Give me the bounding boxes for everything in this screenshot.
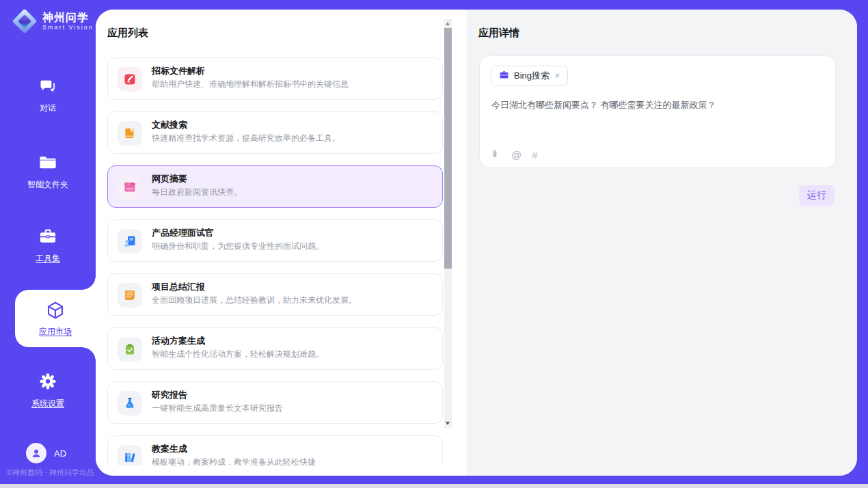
app-detail-panel: 应用详情 Bing搜索 × 今日湖北有哪些新闻要点？ 有哪些需要关注的最新政策？… xyxy=(467,10,857,476)
tool-tag-close-icon[interactable]: × xyxy=(554,71,560,81)
app-card-pm-interviewer[interactable]: 产品经理面试官 明确身份和职责，为您提供专业性的面试问题。 xyxy=(107,219,443,262)
app-card-title: 活动方案生成 xyxy=(152,335,205,347)
app-card-desc: 一键智能生成高质量长文本研究报告 xyxy=(152,403,432,414)
bid-document-icon xyxy=(118,67,142,92)
sidebar-item-label: 工具集 xyxy=(36,253,60,265)
app-card-title: 项目总结汇报 xyxy=(152,281,205,293)
app-detail-title: 应用详情 xyxy=(478,27,519,40)
sidebar-item-label: 应用市场 xyxy=(39,326,72,338)
briefcase-icon xyxy=(499,70,509,83)
sidebar-item-label: 对话 xyxy=(40,103,56,114)
sidebar-item-chat[interactable]: 对话 xyxy=(0,77,96,114)
tool-tag-bing-search[interactable]: Bing搜索 × xyxy=(491,66,568,86)
scroll-down-icon[interactable] xyxy=(446,422,450,425)
app-list-title: 应用列表 xyxy=(107,27,148,40)
activity-plan-icon xyxy=(118,337,142,362)
chat-icon xyxy=(38,77,57,98)
sidebar-item-settings[interactable]: 系统设置 xyxy=(0,372,96,409)
scrollbar-thumb[interactable] xyxy=(444,28,452,269)
pm-interviewer-icon xyxy=(118,229,142,254)
app-card-desc: 智能生成个性化活动方案，轻松解决规划难题。 xyxy=(152,349,432,360)
brand-name: 神州问学 xyxy=(42,12,94,24)
sidebar-item-toolset[interactable]: 工具集 xyxy=(0,227,96,265)
app-card-desc: 模板驱动，教案秒成，教学准备从此轻松快捷 xyxy=(152,457,432,465)
gear-icon xyxy=(38,372,57,394)
app-card-research-report[interactable]: 研究报告 一键智能生成高质量长文本研究报告 xyxy=(107,381,443,424)
copyright-footer: ©神州数码 · 神州问学出品 xyxy=(7,467,96,478)
user-initials: AD xyxy=(54,448,66,459)
avatar xyxy=(26,443,46,463)
app-card-project-summary[interactable]: 项目总结汇报 全面回顾项目进展，总结经验教训，助力未来优化发展。 xyxy=(107,273,443,316)
prompt-input[interactable]: 今日湖北有哪些新闻要点？ 有哪些需要关注的最新政策？ xyxy=(491,98,825,111)
brand-logo: 神州问学 Smart Vision xyxy=(12,9,94,33)
app-card-title: 文献搜索 xyxy=(152,119,187,131)
sidebar-item-smart-folder[interactable]: 智能文件夹 xyxy=(0,153,96,191)
sidebar: 神州问学 Smart Vision 对话 智能文件夹 工具集 应用市场 xyxy=(0,0,96,484)
lesson-plan-icon xyxy=(118,445,142,465)
content-shell: 应用列表 招标文件解析 帮助用户快速、准确地理解和解析招标书中的关键信息 文献搜… xyxy=(96,10,857,476)
app-card-title: 网页摘要 xyxy=(152,173,187,185)
composer-toolbar: @ # xyxy=(491,148,538,161)
app-card-desc: 明确身份和职责，为您提供专业性的面试问题。 xyxy=(152,241,432,252)
app-card-desc: 快速精准查找学术资源，提高研究效率的必备工具。 xyxy=(152,133,432,144)
app-card-title: 研究报告 xyxy=(152,389,187,401)
app-card-title: 教案生成 xyxy=(152,443,187,455)
folder-icon xyxy=(38,153,57,175)
web-summary-icon: </> xyxy=(118,175,142,200)
app-card-web-summary[interactable]: </> 网页摘要 每日政府新闻资讯快查。 xyxy=(107,165,443,208)
app-card-bid-parse[interactable]: 招标文件解析 帮助用户快速、准确地理解和解析招标书中的关键信息 xyxy=(107,57,443,100)
brand-gem-icon xyxy=(12,9,37,33)
toolbox-icon xyxy=(38,227,57,249)
user-account[interactable]: AD xyxy=(26,443,66,463)
app-card-title: 招标文件解析 xyxy=(152,65,205,77)
tool-tag-label: Bing搜索 xyxy=(514,70,550,82)
app-list-panel: 应用列表 招标文件解析 帮助用户快速、准确地理解和解析招标书中的关键信息 文献搜… xyxy=(96,10,467,476)
project-summary-icon xyxy=(118,283,142,308)
app-card-title: 产品经理面试官 xyxy=(152,227,214,239)
svg-text:</>: </> xyxy=(126,187,133,191)
cube-icon xyxy=(45,300,66,323)
brand-tagline: Smart Vision xyxy=(42,24,94,31)
sidebar-item-label: 系统设置 xyxy=(31,398,64,409)
app-list-scroll-area: 招标文件解析 帮助用户快速、准确地理解和解析招标书中的关键信息 文献搜索 快速精… xyxy=(96,47,467,465)
scroll-up-icon[interactable] xyxy=(446,22,450,25)
app-card-desc: 全面回顾项目进展，总结经验教训，助力未来优化发展。 xyxy=(152,295,432,306)
attachment-icon[interactable] xyxy=(491,148,501,161)
topic-icon[interactable]: # xyxy=(532,150,537,161)
app-card-desc: 帮助用户快速、准确地理解和解析招标书中的关键信息 xyxy=(152,79,432,90)
sidebar-item-app-market[interactable]: 应用市场 xyxy=(15,290,96,347)
mention-icon[interactable]: @ xyxy=(511,150,521,161)
app-card-literature-search[interactable]: 文献搜索 快速精准查找学术资源，提高研究效率的必备工具。 xyxy=(107,111,443,154)
app-list-scrollbar[interactable] xyxy=(444,19,452,428)
app-card-desc: 每日政府新闻资讯快查。 xyxy=(152,187,432,198)
prompt-composer: Bing搜索 × 今日湖北有哪些新闻要点？ 有哪些需要关注的最新政策？ @ # xyxy=(479,55,836,168)
research-report-icon xyxy=(118,391,142,416)
sidebar-item-label: 智能文件夹 xyxy=(27,179,68,191)
app-card-lesson-plan[interactable]: 教案生成 模板驱动，教案秒成，教学准备从此轻松快捷 xyxy=(107,435,443,465)
literature-search-icon xyxy=(118,121,142,146)
app-card-activity-plan[interactable]: 活动方案生成 智能生成个性化活动方案，轻松解决规划难题。 xyxy=(107,327,443,370)
run-button[interactable]: 运行 xyxy=(799,185,835,206)
